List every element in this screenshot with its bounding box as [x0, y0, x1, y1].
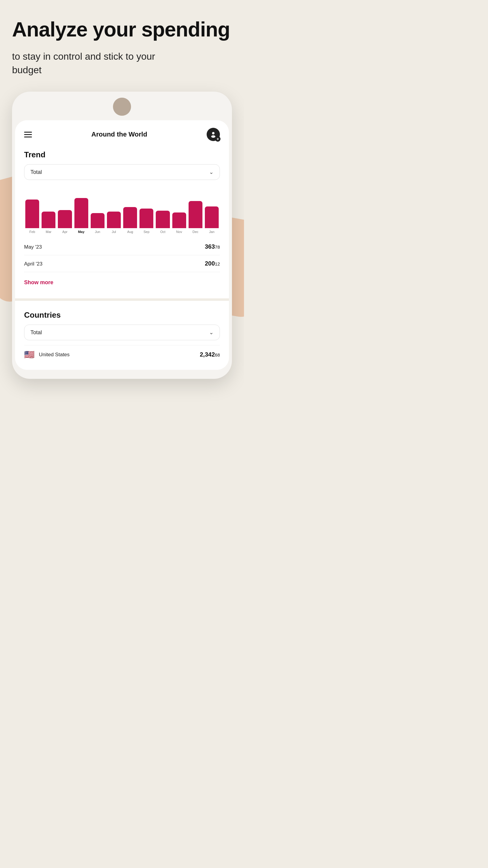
chart-label-wrap: Jun	[91, 230, 104, 234]
country-left: 🇺🇸United States	[24, 350, 70, 360]
trend-dropdown-label: Total	[30, 169, 42, 176]
chart-bar-wrap	[91, 213, 104, 228]
chart-bar[interactable]	[205, 207, 219, 228]
phone-screen: Around the World + Trend Total ⌄	[15, 120, 229, 370]
app-title: Around the World	[91, 130, 147, 138]
chart-label-text: Sep	[144, 230, 150, 234]
chart-label-wrap: Oct	[156, 230, 170, 234]
country-flag: 🇺🇸	[24, 350, 35, 360]
chart-label-text: Jan	[209, 230, 215, 234]
stats-list: May '2336378April '2320012	[24, 239, 220, 272]
phone-notch	[113, 98, 131, 116]
chart-labels: FebMarAprMayJunJulAugSepOctNovDecJan	[24, 228, 220, 234]
chart-label-text: Aug	[127, 230, 133, 234]
countries-section: Countries Total ⌄ 🇺🇸United States2,34268	[15, 303, 229, 370]
chart-bar[interactable]	[25, 199, 39, 228]
chart-bar-wrap	[123, 207, 137, 228]
chart-label-wrap: Feb	[25, 230, 39, 234]
hamburger-icon[interactable]	[24, 132, 32, 137]
hero-title: Analyze your spending	[12, 18, 232, 41]
chart-bars	[24, 186, 220, 228]
stat-row: May '2336378	[24, 239, 220, 255]
chart-bar-wrap	[58, 210, 72, 228]
chart-label-wrap: Nov	[172, 230, 186, 234]
chart-label-wrap: May	[74, 230, 88, 234]
chart-label-wrap: Aug	[123, 230, 137, 234]
stat-label: April '23	[24, 261, 42, 267]
hero-subtitle: to stay in control and stick to your bud…	[12, 50, 187, 77]
chart-bar-wrap	[205, 207, 219, 228]
chart-bar-wrap	[156, 211, 170, 228]
chart-bar[interactable]	[91, 213, 104, 228]
chart-bar[interactable]	[139, 209, 153, 228]
user-icon-wrap[interactable]: +	[207, 128, 220, 141]
chart-label-wrap: Jul	[107, 230, 121, 234]
countries-list: 🇺🇸United States2,34268	[24, 345, 220, 364]
chart-label-text: Jun	[95, 230, 100, 234]
chart-bar[interactable]	[74, 198, 88, 228]
chart-label-text: Dec	[193, 230, 198, 234]
chart-bar-wrap	[74, 198, 88, 228]
add-user-icon: +	[215, 136, 221, 142]
hero-section: Analyze your spending to stay in control…	[0, 0, 244, 86]
stat-value: 20012	[205, 260, 220, 267]
chart-bar[interactable]	[156, 211, 170, 228]
trend-chart: FebMarAprMayJunJulAugSepOctNovDecJan	[24, 186, 220, 234]
chart-label-text: Feb	[30, 230, 35, 234]
chart-label-text: Nov	[176, 230, 182, 234]
chart-label-text: May	[78, 230, 84, 234]
chart-label-wrap: Sep	[139, 230, 153, 234]
section-divider	[15, 299, 229, 301]
country-amount: 2,34268	[200, 351, 220, 358]
chart-bar[interactable]	[189, 201, 202, 228]
chart-bar[interactable]	[123, 207, 137, 228]
country-row: 🇺🇸United States2,34268	[24, 345, 220, 364]
countries-title: Countries	[24, 310, 220, 320]
chart-bar[interactable]	[41, 212, 56, 228]
stat-row: April '2320012	[24, 255, 220, 272]
trend-section: Trend Total ⌄ FebMarAprMayJunJulAugSepOc…	[15, 147, 229, 299]
phone-frame: Around the World + Trend Total ⌄	[12, 92, 232, 379]
chart-bar-wrap	[107, 212, 121, 228]
chart-bar[interactable]	[172, 213, 186, 228]
trend-dropdown-chevron: ⌄	[209, 169, 214, 176]
countries-dropdown-label: Total	[30, 330, 42, 336]
chart-bar[interactable]	[107, 212, 121, 228]
countries-dropdown[interactable]: Total ⌄	[24, 324, 220, 340]
chart-label-text: Oct	[160, 230, 165, 234]
chart-bar-wrap	[189, 201, 202, 228]
trend-title: Trend	[24, 150, 220, 159]
svg-point-1	[211, 135, 216, 138]
chart-label-wrap: Dec	[189, 230, 202, 234]
show-more-row: Show more	[24, 272, 220, 292]
countries-dropdown-chevron: ⌄	[209, 329, 214, 336]
stat-value: 36378	[205, 243, 220, 250]
show-more-button[interactable]: Show more	[24, 277, 53, 287]
chart-bar-wrap	[41, 212, 56, 228]
country-name: United States	[39, 352, 70, 358]
chart-label-text: Apr	[62, 230, 67, 234]
chart-bar-wrap	[172, 213, 186, 228]
phone-wrapper: Around the World + Trend Total ⌄	[0, 92, 244, 379]
chart-label-wrap: Apr	[58, 230, 72, 234]
chart-label-text: Jul	[112, 230, 116, 234]
chart-label-wrap: Jan	[205, 230, 219, 234]
app-header: Around the World +	[15, 120, 229, 147]
chart-bar-wrap	[139, 209, 153, 228]
trend-dropdown[interactable]: Total ⌄	[24, 164, 220, 180]
chart-label-wrap: Mar	[41, 230, 56, 234]
chart-bar[interactable]	[58, 210, 72, 228]
chart-label-text: Mar	[46, 230, 52, 234]
chart-bar-wrap	[25, 199, 39, 228]
stat-label: May '23	[24, 244, 42, 250]
svg-point-0	[212, 132, 215, 134]
